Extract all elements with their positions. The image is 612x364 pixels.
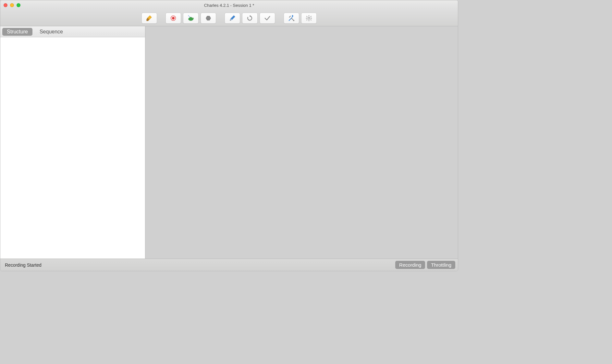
svg-rect-19 <box>310 16 312 17</box>
throttling-indicator[interactable]: Throttling <box>427 261 455 269</box>
recording-indicator[interactable]: Recording <box>395 261 425 269</box>
settings-button[interactable] <box>301 13 317 24</box>
tools-button[interactable] <box>284 13 299 24</box>
sidebar: Structure Sequence <box>0 26 145 259</box>
turtle-icon: z z <box>187 15 195 22</box>
svg-rect-18 <box>306 19 308 20</box>
status-bar: Recording Started Recording Throttling <box>0 259 458 271</box>
toolbar-group-tools <box>284 13 317 24</box>
svg-point-11 <box>308 17 310 19</box>
svg-point-4 <box>193 18 193 18</box>
window-controls <box>4 3 20 7</box>
svg-point-3 <box>192 18 193 19</box>
record-button[interactable] <box>165 13 181 24</box>
broom-icon <box>146 15 153 22</box>
toolbar-group-actions <box>225 13 275 24</box>
tab-sequence[interactable]: Sequence <box>35 28 67 36</box>
status-message: Recording Started <box>5 262 42 268</box>
svg-rect-17 <box>310 19 312 20</box>
content-area: Structure Sequence <box>0 26 458 259</box>
svg-point-10 <box>293 20 295 21</box>
session-tree[interactable] <box>0 37 145 259</box>
toolbar: z z <box>0 10 458 26</box>
repeat-button[interactable] <box>242 13 258 24</box>
tools-icon <box>288 15 295 22</box>
gear-icon <box>305 15 312 22</box>
svg-marker-7 <box>206 16 211 20</box>
compose-button[interactable] <box>225 13 240 24</box>
app-window: Charles 4.2.1 - Session 1 * <box>0 0 458 271</box>
hexagon-icon <box>205 15 212 22</box>
svg-point-1 <box>172 17 175 19</box>
svg-rect-15 <box>311 18 312 18</box>
throttle-button[interactable]: z z <box>183 13 199 24</box>
close-icon[interactable] <box>4 3 7 7</box>
tab-structure[interactable]: Structure <box>2 28 32 36</box>
minimize-icon[interactable] <box>10 3 14 7</box>
breakpoints-button[interactable] <box>201 13 216 24</box>
clear-button[interactable] <box>141 13 157 24</box>
detail-pane <box>145 26 458 259</box>
toolbar-group-recording: z z <box>165 13 216 24</box>
record-icon <box>170 15 177 22</box>
svg-rect-14 <box>306 18 307 18</box>
window-title: Charles 4.2.1 - Session 1 * <box>0 3 458 8</box>
svg-rect-12 <box>309 15 309 16</box>
view-tabs: Structure Sequence <box>0 26 145 37</box>
zoom-icon[interactable] <box>17 3 20 7</box>
svg-rect-13 <box>309 20 309 21</box>
validate-button[interactable] <box>260 13 275 24</box>
svg-text:z: z <box>189 16 190 18</box>
titlebar: Charles 4.2.1 - Session 1 * <box>0 0 458 10</box>
svg-rect-16 <box>306 16 308 17</box>
pen-icon <box>229 15 236 22</box>
repeat-icon <box>246 15 253 22</box>
check-icon <box>264 15 271 22</box>
svg-point-8 <box>230 20 230 20</box>
toolbar-group-clear <box>141 13 157 24</box>
